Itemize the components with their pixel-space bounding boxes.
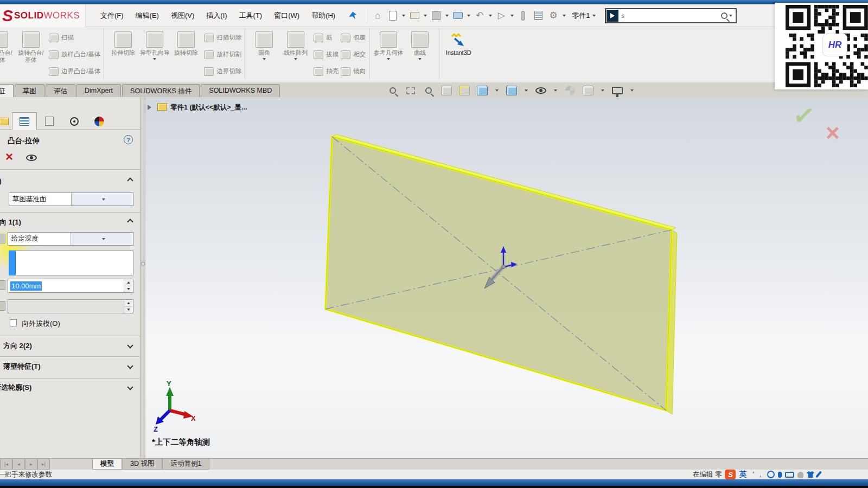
- ribbon-button-旋转凸台/基体[interactable]: 旋转凸台/基体: [15, 29, 47, 63]
- command-tab-评估[interactable]: 评估: [46, 84, 75, 97]
- ribbon-button-线性阵列[interactable]: 线性阵列: [280, 29, 311, 60]
- ribbon-button-包覆[interactable]: 包覆: [341, 29, 366, 46]
- ribbon-button-筋[interactable]: 筋: [314, 29, 339, 46]
- tab-feature-manager[interactable]: [0, 112, 12, 130]
- end-condition-dropdown[interactable]: 给定深度: [8, 232, 133, 246]
- menu-视图(V)[interactable]: 视图(V): [165, 8, 200, 23]
- home-icon[interactable]: ⌂: [371, 9, 384, 22]
- menu-插入(I)[interactable]: 插入(I): [200, 8, 233, 23]
- document-caret[interactable]: [592, 15, 596, 17]
- section-direction2[interactable]: 方向 2(2): [3, 341, 32, 351]
- zoom-to-fit-icon[interactable]: [386, 85, 399, 97]
- cancel-button[interactable]: ×: [5, 150, 13, 163]
- pushpin-icon[interactable]: [349, 12, 356, 20]
- panel-splitter[interactable]: [140, 97, 145, 458]
- skin-icon[interactable]: [807, 471, 814, 478]
- nav-first-icon[interactable]: |◂: [0, 459, 12, 470]
- nav-last-icon[interactable]: ▸|: [37, 459, 50, 470]
- ribbon-caret[interactable]: [153, 58, 156, 60]
- view-settings-caret[interactable]: [630, 89, 634, 92]
- splitter-handle[interactable]: [141, 262, 145, 266]
- draft-outward-checkbox[interactable]: [10, 319, 17, 326]
- ribbon-caret[interactable]: [418, 58, 422, 60]
- ribbon-button-相交[interactable]: 相交: [341, 46, 366, 63]
- menu-工具(T)[interactable]: 工具(T): [233, 8, 269, 23]
- command-tab-SOLIDWORKS MBD[interactable]: SOLIDWORKS MBD: [201, 84, 280, 97]
- collapse-from-chevron[interactable]: [127, 177, 133, 183]
- section-view-icon[interactable]: [440, 85, 453, 97]
- section-thin-feature[interactable]: 薄壁特征(T): [3, 362, 41, 371]
- sogou-ime-icon[interactable]: S: [725, 470, 736, 479]
- ribbon-caret[interactable]: [387, 58, 390, 60]
- bottom-tab-模型[interactable]: 模型: [92, 459, 122, 470]
- ribbon-button-圆角[interactable]: 圆角: [248, 29, 280, 60]
- ribbon-button-拉伸切除[interactable]: 拉伸切除: [107, 29, 139, 56]
- ribbon-button-Instant3D[interactable]: Instant3D: [443, 29, 474, 56]
- expand-contours-chevron[interactable]: [127, 384, 133, 390]
- nav-prev-icon[interactable]: ◂: [12, 459, 25, 470]
- ime-punctuation[interactable]: ＇，: [750, 470, 764, 479]
- options-caret[interactable]: [563, 15, 566, 17]
- preview-eye-icon[interactable]: [26, 155, 37, 161]
- print-icon[interactable]: [451, 9, 464, 22]
- ribbon-button-放样凸台/基体[interactable]: 放样凸台/基体: [49, 46, 100, 63]
- save-icon[interactable]: [430, 9, 443, 22]
- new-caret[interactable]: [402, 15, 405, 17]
- ribbon-button-参考几何体[interactable]: 参考几何体: [373, 29, 404, 60]
- open-icon[interactable]: [408, 9, 421, 22]
- expand-dir2-chevron[interactable]: [127, 342, 133, 348]
- graphics-viewport[interactable]: [145, 97, 868, 458]
- ribbon-button-放样切割[interactable]: 放样切割: [204, 46, 241, 63]
- menu-帮助(H)[interactable]: 帮助(H): [305, 8, 341, 23]
- ribbon-button-边界凸台/基体[interactable]: 边界凸台/基体: [49, 63, 100, 80]
- selection-filter-icon[interactable]: [516, 9, 529, 22]
- search-box[interactable]: s: [605, 8, 737, 23]
- previous-view-icon[interactable]: [422, 85, 435, 97]
- feature-tree-root[interactable]: 零件1 (默认<<默认>_显...: [170, 103, 247, 112]
- depth-spinbox[interactable]: 10.00mm: [8, 279, 133, 293]
- section-selected-contours[interactable]: 所选轮廓(S): [0, 383, 31, 393]
- edit-appearance-icon[interactable]: [564, 85, 577, 97]
- search-magnifier-icon[interactable]: [721, 12, 727, 19]
- microphone-icon[interactable]: [778, 472, 782, 478]
- direction-reference-box[interactable]: [16, 251, 133, 275]
- tab-configuration-manager[interactable]: [37, 112, 62, 130]
- toolbox-wrench-icon[interactable]: [818, 471, 820, 478]
- ime-language-toggle[interactable]: 英: [739, 470, 746, 479]
- command-tab-草图[interactable]: 草图: [15, 84, 44, 97]
- section-from[interactable]: 从(F): [0, 176, 2, 186]
- dynamic-annotation-icon[interactable]: [458, 85, 471, 97]
- feature-tree-expand-arrow[interactable]: [148, 105, 151, 110]
- depth-spinner[interactable]: [124, 279, 133, 292]
- depth-value[interactable]: 10.00mm: [10, 281, 42, 291]
- zoom-to-area-icon[interactable]: [404, 85, 417, 97]
- emoji-icon[interactable]: [767, 471, 775, 478]
- tab-display-manager[interactable]: [87, 112, 112, 130]
- display-style-caret[interactable]: [525, 89, 528, 92]
- from-plane-dropdown[interactable]: 草图基准面: [9, 192, 133, 206]
- help-icon[interactable]: ?: [124, 135, 133, 144]
- ribbon-button-扫描[interactable]: 扫描: [49, 29, 100, 46]
- undo-caret[interactable]: [489, 15, 492, 17]
- apply-scene-icon[interactable]: [582, 85, 595, 97]
- command-tab-SOLIDWORKS 插件[interactable]: SOLIDWORKS 插件: [122, 84, 200, 97]
- tab-dimxpert-manager[interactable]: [62, 112, 87, 130]
- command-tab-DimXpert[interactable]: DimXpert: [76, 84, 121, 97]
- ribbon-button-旋转切除[interactable]: 旋转切除: [170, 29, 202, 56]
- search-caret[interactable]: [729, 15, 732, 17]
- direction-reference-strip[interactable]: [9, 251, 16, 275]
- undo-icon[interactable]: ↶: [473, 9, 486, 22]
- select-cursor-icon[interactable]: ▷: [495, 9, 508, 22]
- tab-property-manager[interactable]: [12, 112, 37, 130]
- menu-文件(F)[interactable]: 文件(F): [94, 8, 130, 23]
- ribbon-button-异型孔向导[interactable]: 异型孔向导: [139, 29, 170, 60]
- options-gear-icon[interactable]: ⚙: [547, 9, 560, 22]
- open-caret[interactable]: [424, 15, 427, 17]
- new-document-icon[interactable]: [386, 9, 399, 22]
- menu-窗口(W)[interactable]: 窗口(W): [268, 8, 305, 23]
- save-caret[interactable]: [445, 15, 449, 17]
- ribbon-caret[interactable]: [263, 58, 266, 60]
- bottom-tab-3D 视图[interactable]: 3D 视图: [122, 459, 162, 470]
- ribbon-caret[interactable]: [294, 58, 297, 60]
- ribbon-button-拉伸凸台/基体[interactable]: 拉伸凸台/基体: [0, 29, 15, 63]
